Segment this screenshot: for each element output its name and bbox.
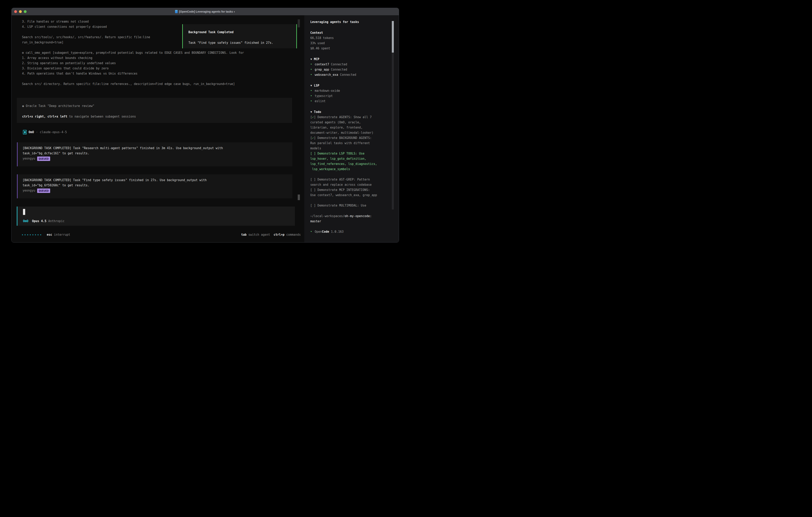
blank-line <box>22 76 296 81</box>
status-dot-icon: • <box>310 99 312 103</box>
todo-text: Demonstrate AGENTS: Show all 7 <box>316 115 372 119</box>
lsp-item: •eslint <box>310 99 391 104</box>
esc-key: esc <box>47 233 52 237</box>
status-bar: esc interrupt tab switch agent ctrl+p co… <box>22 232 301 237</box>
status-dot-icon: • <box>310 230 312 234</box>
status-dot-icon: • <box>310 62 312 66</box>
window-title: [OpenCode] Leveraging agents for tasks ◐ <box>179 10 235 13</box>
checkbox-empty <box>312 188 314 192</box>
titlebar[interactable]: [OpenCode] Leveraging agents for tasks ◐ <box>11 8 399 16</box>
task-line: [BACKGROUND TASK COMPLETED] Task "Find t… <box>23 178 292 183</box>
scrollbar-thumb[interactable] <box>392 21 394 53</box>
ctrlp-label: commands <box>285 232 301 237</box>
tool-call-item: 1. Array access without bounds checking <box>22 55 296 61</box>
task-line: task_id="bg_6f59260c" to get results. <box>23 183 292 188</box>
todo-text: librarian, explore, frontend, <box>310 125 391 130</box>
status-dot-icon: • <box>310 73 312 77</box>
checkbox-bracket: ] <box>314 152 316 155</box>
prompt-input[interactable]: OmO Opus 4.5 Anthropic <box>17 207 295 226</box>
text-cursor <box>23 209 25 215</box>
hint-text: to navigate between subagent sessions <box>67 115 136 118</box>
task-meta: yeongyuQUEUED <box>23 188 292 193</box>
status-dot-icon: • <box>310 68 312 71</box>
todo-item-pending: [ ] Demonstrate AST-GREP: Pattern search… <box>310 177 391 187</box>
todo-text: document-writer, multimodal-looker) <box>310 130 391 135</box>
queued-badge: QUEUED <box>37 189 50 193</box>
keybind-hints: tab switch agent ctrl+p commands <box>241 232 301 237</box>
esc-hint: esc interrupt <box>47 232 70 237</box>
tool-call-item: 3. Division operations that could divide… <box>22 66 296 71</box>
checkbox-bracket: [ <box>310 178 312 181</box>
todo-first-line: [✓] Demonstrate BACKGROUND AGENTS: <box>310 135 391 140</box>
session-title: Leveraging agents for tasks <box>310 19 391 25</box>
background-task-message: [BACKGROUND TASK COMPLETED] Task "Find t… <box>17 174 292 198</box>
checkbox-bracket: ] <box>314 136 316 140</box>
collapse-triangle-icon: ▼ <box>311 83 312 88</box>
hint-key-right: ctrl+x right <box>22 115 44 118</box>
desktop: [OpenCode] Leveraging agents for tasks ◐… <box>0 0 406 258</box>
todo-text: lsp_find_references, lsp_diagnostics, <box>310 161 391 166</box>
input-provider-name: Anthropic <box>48 219 64 224</box>
todo-text: Demonstrate LSP TOOLS: Use <box>316 152 365 155</box>
agent-model: claude-opus-4-5 <box>40 130 67 134</box>
lsp-heading-label: LSP <box>312 84 319 87</box>
close-button[interactable] <box>14 10 17 13</box>
app-version: 1.0.163 <box>329 230 344 234</box>
checkbox-bracket: ] <box>314 188 316 192</box>
spacer <box>46 219 48 224</box>
todo-text: search and replace across codebase <box>310 182 391 187</box>
context-heading: Context <box>310 30 391 35</box>
todo-first-line: [ ] Demonstrate MULTIMODAL: Use <box>310 203 391 208</box>
todo-item-pending: [ ] Demonstrate MULTIMODAL: Use <box>310 203 391 208</box>
mcp-heading[interactable]: ▼ MCP <box>310 57 391 62</box>
task-line: [BACKGROUND TASK COMPLETED] Task "Resear… <box>23 145 292 151</box>
context-used: 33% used <box>310 40 391 46</box>
scrollbar-thumb[interactable] <box>298 19 300 27</box>
tab-label: switch agent <box>246 232 270 237</box>
input-agent-name: OmO <box>23 219 28 224</box>
zoom-button[interactable] <box>24 10 27 13</box>
mcp-item: •context7 Connected <box>310 62 391 67</box>
checkbox-empty <box>312 204 314 207</box>
oracle-task-line: ◉ Oracle Task "Deep architecture review" <box>22 103 292 109</box>
spacer <box>270 232 273 237</box>
todo-text: models <box>310 146 391 151</box>
todo-item-done: [✓] Demonstrate AGENTS: Show all 7 curat… <box>310 114 391 135</box>
separator-dot: · <box>36 130 38 134</box>
workspace-repo: oh-my-opencode: <box>345 214 372 218</box>
terminal-window: [OpenCode] Leveraging agents for tasks ◐… <box>11 8 399 243</box>
checkbox-bracket: ] <box>314 115 316 119</box>
agent-name: OmO <box>29 130 34 134</box>
todo-first-line: [ ] Demonstrate LSP TOOLS: Use <box>310 151 391 156</box>
toast-title: Background Task Completed <box>188 30 296 35</box>
window-title-wrap: [OpenCode] Leveraging agents for tasks ◐ <box>175 10 235 13</box>
status-dot-icon: • <box>310 94 312 98</box>
checkbox-bracket: [ <box>310 204 312 207</box>
mcp-name: context7 <box>315 62 329 66</box>
tool-call-text: call_omo_agent [subagent_type=explore, p… <box>24 51 244 55</box>
agent-header: OmO · claude-opus-4-5 <box>23 130 67 135</box>
collapse-triangle-icon: ▼ <box>311 57 312 61</box>
checkbox-empty <box>312 178 314 181</box>
navigation-hint: ctrl+x right, ctrl+x left to navigate be… <box>22 114 292 119</box>
esc-label: interrupt <box>52 233 70 237</box>
lsp-heading[interactable]: ▼ LSP <box>310 83 391 88</box>
minimize-button[interactable] <box>19 10 22 13</box>
workspace-path: ~/local-workspaces/oh-my-opencode: <box>310 214 391 219</box>
lsp-name: eslint <box>315 99 325 103</box>
todo-item-active: [ ] Demonstrate LSP TOOLS: Use lsp_hover… <box>310 151 391 172</box>
todo-text: lsp_workspace_symbols <box>310 166 391 172</box>
task-line: task_id="bg_dcfac161" to get results. <box>23 151 292 156</box>
task-meta: yeongyuQUEUED <box>23 156 292 161</box>
todo-text: lsp_hover, lsp_goto_definition, <box>310 156 391 161</box>
todo-text: Demonstrate BACKGROUND AGENTS: <box>316 136 372 140</box>
todo-text: Run parallel tasks with different <box>310 140 391 146</box>
scrollbar-track[interactable] <box>392 21 394 210</box>
toast-body: Task "Find type safety issues" finished … <box>188 40 296 45</box>
todo-heading[interactable]: ▼ Todo <box>310 109 391 114</box>
lsp-name: markdown-oxide <box>315 89 340 92</box>
agent-cursor-icon <box>23 130 27 134</box>
scrollbar-thumb[interactable] <box>298 194 300 200</box>
context-spent: $0.46 spent <box>310 46 391 51</box>
queued-badge: QUEUED <box>37 157 50 161</box>
